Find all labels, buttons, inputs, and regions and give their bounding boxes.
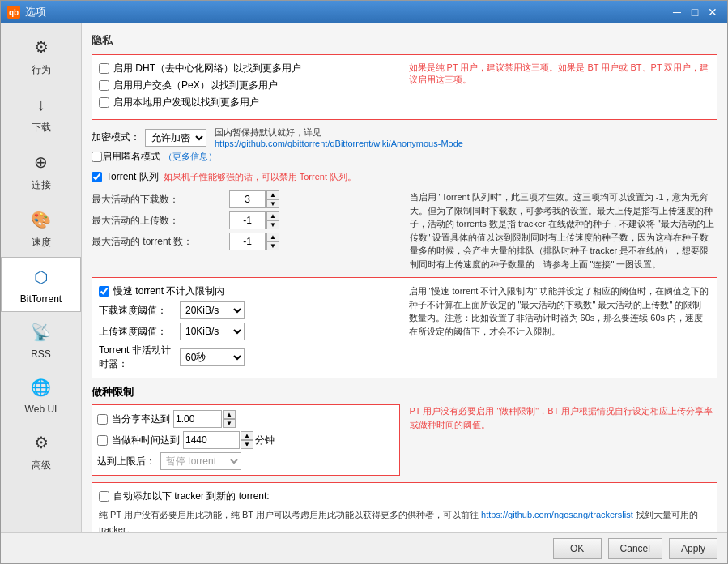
ok-button[interactable]: OK: [553, 538, 602, 559]
sidebar-item-connection[interactable]: ⊕ 连接: [1, 142, 81, 199]
pex-label: 启用用户交换（PeX）以找到更多用户: [113, 79, 278, 92]
max-torrent-up[interactable]: ▲: [266, 233, 279, 241]
tracker-checkbox[interactable]: [99, 491, 109, 502]
seedtime-checkbox[interactable]: [97, 435, 108, 446]
max-download-label: 最大活动的下载数：: [92, 193, 229, 207]
sidebar-label-webui: Web UI: [25, 404, 57, 415]
ratio-input[interactable]: [173, 410, 222, 428]
privacy-title: 隐私: [92, 33, 717, 48]
sidebar-item-rss[interactable]: 📡 RSS: [1, 312, 81, 367]
anon-checkbox[interactable]: [92, 152, 102, 162]
content-area: ⚙ 行为 ↓ 下载 ⊕ 连接 🎨 速度 ⬡ BitTorrent 📡 RSS: [1, 24, 727, 532]
seeding-left: 当分享率达到 ▲ ▼: [92, 404, 400, 476]
titlebar: qb 选项 ─ □ ✕: [1, 1, 727, 24]
pex-checkbox[interactable]: [99, 80, 109, 91]
download-icon: ↓: [28, 92, 54, 118]
tracker-note: 纯 PT 用户没有必要启用此功能，纯 BT 用户可以考虑启用此功能以获得更多的供…: [99, 508, 710, 532]
max-upload-arrows: ▲ ▼: [266, 212, 279, 229]
max-upload-down[interactable]: ▼: [266, 220, 279, 229]
sidebar-item-download[interactable]: ↓ 下载: [1, 84, 81, 142]
seedtime-label: 当做种时间达到: [112, 434, 180, 447]
apply-button[interactable]: Apply: [669, 538, 717, 559]
sidebar-item-bittorrent[interactable]: ⬡ BitTorrent: [1, 257, 81, 312]
lsd-checkbox[interactable]: [99, 97, 109, 108]
sidebar-label-download: 下载: [32, 121, 51, 135]
max-torrent-input[interactable]: [229, 233, 266, 250]
seeding-section: 做种限制 当分享率达到 ▲ ▼: [92, 385, 717, 476]
sidebar-label-advanced: 高级: [32, 459, 51, 472]
max-upload-label: 最大活动的上传数：: [92, 214, 229, 228]
window-controls: ─ □ ✕: [669, 5, 721, 19]
seedtime-unit: 分钟: [255, 434, 275, 447]
ratio-spin: ▲ ▼: [170, 410, 236, 428]
queue-checkbox[interactable]: [92, 172, 102, 182]
encryption-row: 加密模式： 允许加密 强制加密 禁用加密 国内暂保持默认就好，详见 https:…: [92, 126, 717, 148]
queue-body: 最大活动的下载数： ▲ ▼ 最大活动的上传数：: [92, 190, 717, 271]
seedtime-down[interactable]: ▼: [241, 440, 253, 449]
ratio-arrows: ▲ ▼: [223, 410, 236, 428]
lsd-label: 启用本地用户发现以找到更多用户: [113, 96, 259, 109]
upload-threshold-select[interactable]: 10KiB/s 20KiB/s 5KiB/s: [180, 323, 245, 340]
speed-icon: 🎨: [28, 207, 54, 233]
close-button[interactable]: ✕: [705, 5, 721, 19]
ratio-down[interactable]: ▼: [223, 419, 236, 428]
ratio-checkbox[interactable]: [97, 414, 108, 425]
slow-checkbox-row: 慢速 torrent 不计入限制内: [99, 284, 401, 298]
privacy-top-row: 启用 DHT（去中心化网络）以找到更多用户 启用用户交换（PeX）以找到更多用户…: [99, 62, 710, 113]
maximize-button[interactable]: □: [687, 5, 703, 19]
max-download-up[interactable]: ▲: [266, 190, 279, 199]
download-threshold-select[interactable]: 20KiB/s 10KiB/s 5KiB/s: [180, 301, 245, 319]
sidebar-label-bittorrent: BitTorrent: [20, 293, 62, 305]
minimize-button[interactable]: ─: [669, 5, 685, 19]
max-torrent-row: 最大活动的 torrent 数： ▲ ▼: [92, 233, 400, 250]
tracker-link[interactable]: https://github.com/ngosang/trackerslist: [481, 510, 633, 519]
encrypt-link[interactable]: https://github.com/qbittorrent/qBittorre…: [215, 139, 463, 148]
sidebar-item-advanced[interactable]: ⚙ 高级: [1, 422, 81, 480]
ratio-up[interactable]: ▲: [223, 410, 236, 419]
tracker-checkbox-row: 自动添加以下 tracker 到新的 torrent:: [99, 489, 710, 503]
lsd-row: 启用本地用户发现以找到更多用户: [99, 96, 401, 109]
footer: OK Cancel Apply: [1, 532, 727, 563]
cancel-button[interactable]: Cancel: [608, 538, 662, 559]
max-download-spin: ▲ ▼: [229, 190, 279, 208]
slow-checkbox[interactable]: [99, 286, 109, 297]
sidebar-item-behavior[interactable]: ⚙ 行为: [1, 27, 81, 84]
sidebar: ⚙ 行为 ↓ 下载 ⊕ 连接 🎨 速度 ⬡ BitTorrent 📡 RSS: [1, 24, 82, 532]
seedtime-up[interactable]: ▲: [241, 431, 253, 440]
max-upload-up[interactable]: ▲: [266, 212, 279, 220]
sidebar-item-speed[interactable]: 🎨 速度: [1, 199, 81, 257]
sidebar-label-speed: 速度: [32, 236, 51, 250]
queue-hint: 如果机子性能够强的话，可以禁用 Torrent 队列。: [164, 171, 356, 183]
max-torrent-spin: ▲ ▼: [229, 233, 279, 250]
slow-hint: 启用 "慢速 torrent 不计入限制内" 功能并设定了相应的阈值时，在阈值之…: [409, 284, 711, 338]
max-torrent-arrows: ▲ ▼: [266, 233, 279, 250]
tracker-label: 自动添加以下 tracker 到新的 torrent:: [113, 489, 270, 503]
seedtime-arrows: ▲ ▼: [241, 431, 253, 449]
privacy-hint: 如果是纯 PT 用户，建议禁用这三项。如果是 BT 用户或 BT、PT 双用户，…: [409, 62, 711, 87]
anon-link[interactable]: （更多信息）: [164, 151, 217, 163]
max-upload-input[interactable]: [229, 212, 266, 229]
limit-select[interactable]: 暂停 torrent 删除 torrent: [160, 452, 241, 470]
slow-torrent-section: 慢速 torrent 不计入限制内 下载速度阈值： 20KiB/s 10KiB/…: [92, 277, 717, 378]
time-row: 当做种时间达到 ▲ ▼ 分钟: [97, 431, 394, 449]
queue-description: 当启用 "Torrent 队列时"，此三项才生效。这三项均可以设置为 -1，意为…: [410, 190, 718, 271]
slow-label: 慢速 torrent 不计入限制内: [113, 284, 224, 298]
max-torrent-down[interactable]: ▼: [266, 241, 279, 250]
upload-threshold-row: 上传速度阈值： 10KiB/s 20KiB/s 5KiB/s: [99, 323, 401, 340]
privacy-section: 启用 DHT（去中心化网络）以找到更多用户 启用用户交换（PeX）以找到更多用户…: [92, 54, 717, 120]
queue-section-header: Torrent 队列 如果机子性能够强的话，可以禁用 Torrent 队列。: [92, 170, 717, 184]
ratio-label: 当分享率达到: [112, 412, 170, 426]
privacy-checkboxes: 启用 DHT（去中心化网络）以找到更多用户 启用用户交换（PeX）以找到更多用户…: [99, 62, 401, 113]
anon-label: 启用匿名模式: [102, 150, 160, 164]
seedtime-input[interactable]: [183, 431, 240, 449]
max-upload-row: 最大活动的上传数： ▲ ▼: [92, 212, 400, 229]
window-title: 选项: [25, 5, 669, 19]
encrypt-hint: 国内暂保持默认就好，详见 https://github.com/qbittorr…: [215, 126, 463, 148]
sidebar-item-webui[interactable]: 🌐 Web UI: [1, 367, 81, 422]
dht-checkbox[interactable]: [99, 63, 109, 74]
max-download-input[interactable]: [229, 190, 266, 208]
behavior-icon: ⚙: [28, 34, 54, 60]
max-download-down[interactable]: ▼: [266, 199, 279, 208]
timer-select[interactable]: 60秒 30秒 120秒: [180, 348, 245, 366]
encryption-select[interactable]: 允许加密 强制加密 禁用加密: [145, 129, 206, 147]
